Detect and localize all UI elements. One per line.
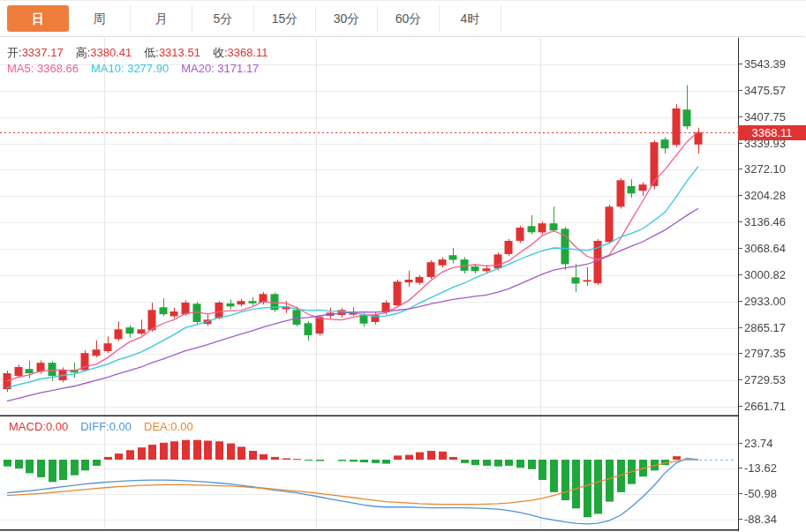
macd-axis-label: 23.74 xyxy=(744,437,773,450)
legend-item: 低:3313.51 xyxy=(144,46,200,59)
last-price-badge: 3368.11 xyxy=(738,125,806,140)
price-axis-label: 2933.00 xyxy=(744,295,786,308)
price-axis-label: 2797.35 xyxy=(744,347,786,360)
tab-month[interactable]: 月 xyxy=(131,5,192,32)
legend-item: MA10: 3277.90 xyxy=(91,62,169,75)
macd-axis-label: -50.98 xyxy=(744,487,777,500)
price-axis-label: 3136.46 xyxy=(744,215,786,229)
legend-item: 高:3380.41 xyxy=(76,46,132,59)
legend-item: MA5: 3368.66 xyxy=(7,62,79,75)
tab-day[interactable]: 日 xyxy=(7,5,69,32)
legend-item: DIFF:0.00 xyxy=(80,420,132,433)
legend-label: MA5: xyxy=(7,62,37,75)
macd-legend: MACD:0.00DIFF:0.00DEA:0.00 xyxy=(9,420,206,433)
legend-value: 0.00 xyxy=(170,420,192,433)
macd-chart-canvas[interactable] xyxy=(0,416,738,531)
macd-axis-label: -88.34 xyxy=(744,513,777,526)
legend-value: 3277.90 xyxy=(127,62,169,75)
legend-value: 3313.51 xyxy=(159,46,200,59)
legend-label: 开: xyxy=(7,46,22,59)
legend-label: MACD: xyxy=(9,420,46,433)
legend-item: 开:3337.17 xyxy=(7,46,64,59)
tab-60min[interactable]: 60分 xyxy=(378,5,440,32)
legend-item: DEA:0.00 xyxy=(144,420,193,433)
kline-chart-app: 日周月5分15分30分60分4时 开:3337.17高:3380.41低:331… xyxy=(0,0,806,532)
price-axis-label: 2865.17 xyxy=(744,321,786,334)
legend-item: 收:3368.11 xyxy=(213,46,268,59)
price-axis-label: 3543.39 xyxy=(744,57,786,71)
price-axis-label: 2661.71 xyxy=(744,400,786,413)
legend-label: MA20: xyxy=(181,62,217,75)
legend-label: 低: xyxy=(144,46,159,59)
ma-legend: MA5: 3368.66MA10: 3277.90MA20: 3171.17 xyxy=(7,62,271,75)
tab-week[interactable]: 周 xyxy=(69,5,131,32)
tab-15min[interactable]: 15分 xyxy=(254,5,316,32)
timeframe-tabbar: 日周月5分15分30分60分4时 xyxy=(0,1,805,37)
price-axis-label: 2729.53 xyxy=(744,373,786,386)
legend-value: 3368.66 xyxy=(37,62,79,75)
legend-value: 0.00 xyxy=(46,420,68,433)
price-axis-line xyxy=(738,38,739,531)
price-axis-label: 3000.82 xyxy=(744,268,786,281)
price-axis-label: 3407.75 xyxy=(744,110,786,124)
price-axis-label: 3204.28 xyxy=(744,189,786,202)
legend-value: 3337.17 xyxy=(22,46,64,59)
legend-label: 高: xyxy=(76,46,91,59)
candlestick-chart-canvas[interactable] xyxy=(0,38,738,416)
tab-4hour[interactable]: 4时 xyxy=(440,5,501,32)
legend-item: MACD:0.00 xyxy=(9,420,68,433)
tab-30min[interactable]: 30分 xyxy=(316,5,378,32)
macd-axis-label: -13.62 xyxy=(744,461,777,475)
legend-label: MA10: xyxy=(91,62,127,75)
tab-5min[interactable]: 5分 xyxy=(192,5,254,32)
ohlc-legend: 开:3337.17高:3380.41低:3313.51收:3368.11 xyxy=(7,45,281,61)
legend-value: 3368.11 xyxy=(228,46,268,59)
legend-label: DIFF: xyxy=(80,420,109,433)
legend-value: 0.00 xyxy=(109,420,132,433)
price-axis-label: 3475.57 xyxy=(744,84,786,97)
legend-label: DEA: xyxy=(144,420,170,433)
legend-item: MA20: 3171.17 xyxy=(181,62,259,75)
price-axis-label: 3068.64 xyxy=(744,242,786,255)
legend-value: 3380.41 xyxy=(90,46,132,59)
legend-value: 3171.17 xyxy=(217,62,259,75)
legend-label: 收: xyxy=(213,46,228,59)
price-axis-label: 3272.10 xyxy=(744,162,786,176)
